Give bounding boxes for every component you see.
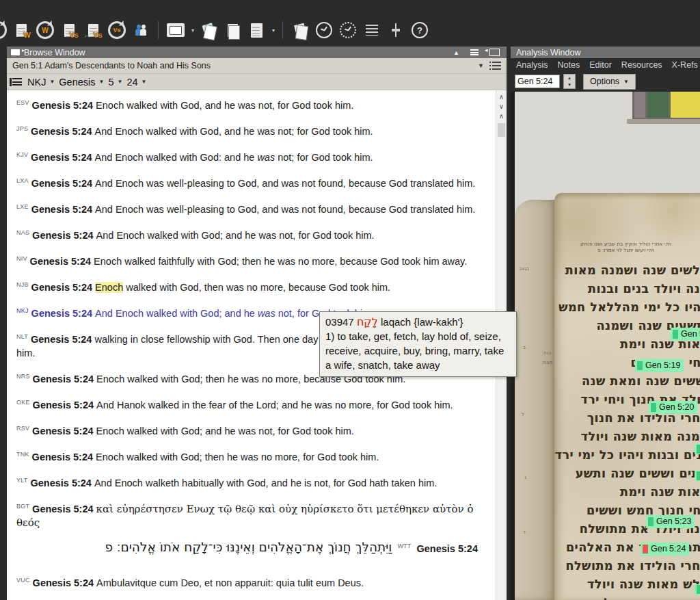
version-tag[interactable]: BGT [16, 503, 29, 510]
verse-row-lxa[interactable]: LXAGenesis 5:24And Enoch was well-pleasi… [16, 174, 493, 190]
verse-reference[interactable]: Genesis 5:24 [33, 374, 94, 384]
version-tag[interactable]: WTT [397, 543, 411, 549]
verse-row-ylt[interactable]: YLTGenesis 5:24And Enoch walketh habitua… [16, 473, 493, 490]
spinner-down-icon[interactable]: ▼ [564, 81, 575, 88]
window-dock-icon[interactable] [11, 49, 20, 55]
tab-resources[interactable]: Resources [621, 60, 662, 70]
wordlist-lines-icon[interactable] [362, 20, 381, 40]
version-tag[interactable]: OKE [16, 399, 30, 406]
verse-reference[interactable]: Genesis 5:24 [31, 178, 92, 189]
scrollbar-thumb[interactable] [498, 123, 505, 137]
verse-label-gen-5-19[interactable]: Gen 5:19 [635, 359, 684, 372]
verse-reference[interactable]: Genesis 5:24 [31, 152, 92, 163]
hebrew-verse-text[interactable]: וַיִּתְהַלֵּךְ חֲנוֹךְ אֶת־הָאֱלֹהִים וְ… [105, 540, 392, 554]
refresh-verselist-icon[interactable]: Vs [107, 20, 126, 40]
verse-reference[interactable]: Genesis 5:24 [33, 577, 94, 588]
version-tag[interactable]: ESV [16, 99, 29, 106]
verse-reference[interactable]: Genesis 5:24 [32, 426, 93, 436]
verse-row-wtt[interactable]: וַיִּתְהַלֵּךְ חֲנוֹךְ אֶת־הָאֱלֹהִים וְ… [16, 539, 481, 556]
verse-reference[interactable]: Genesis 5:24 [32, 100, 93, 111]
browse-mode-icon[interactable] [166, 20, 185, 40]
options-button[interactable]: Options▼ [583, 74, 636, 90]
verse-heading-bar[interactable]: Gen 5:1 Adam's Descendants to Noah and H… [7, 58, 507, 74]
spinner-up-icon[interactable]: ▲ [564, 75, 575, 81]
verse-reference[interactable]: Genesis 5:24 [31, 334, 92, 345]
report-page-icon[interactable] [247, 20, 266, 40]
verse-row-kjv[interactable]: KJVGenesis 5:24And Enoch walked with God… [16, 148, 493, 164]
version-tag[interactable]: NAS [16, 229, 29, 236]
verse-text[interactable]: And Enoch was well-pleasing to God, and … [95, 204, 475, 215]
analysis-window-titlebar[interactable]: Analysis Window [511, 47, 700, 58]
heading-list-icon[interactable] [492, 62, 501, 70]
version-tag[interactable]: VUC [16, 577, 30, 584]
verse-spinner[interactable]: ▲▼ [563, 74, 576, 89]
help-icon[interactable]: ? [410, 20, 429, 40]
verse-row-jps[interactable]: JPSGenesis 5:24And Enoch walked with God… [16, 122, 493, 138]
verse-reference[interactable]: Genesis 5:24 [417, 543, 478, 554]
verse-text[interactable]: And Enoch walketh habitually with God, a… [94, 478, 437, 488]
copy-verselist-icon[interactable]: Vs [59, 20, 79, 40]
tab-editor[interactable]: Editor [589, 60, 612, 70]
scrollbar-up-icon[interactable]: ∧ [499, 112, 504, 120]
clock-icon[interactable] [338, 20, 358, 40]
verse-label-gen-5-24[interactable]: Gen 5:24 [641, 543, 689, 556]
verse-label-partial[interactable] [695, 471, 700, 481]
flashcards-icon[interactable] [291, 20, 310, 40]
version-tag[interactable]: JPS [16, 125, 28, 132]
verse-row-nas[interactable]: NASGenesis 5:24And Enoch walked with God… [16, 226, 493, 242]
verse-text[interactable]: Enoch walked faithfully with God; then h… [94, 256, 467, 267]
version-tag[interactable]: NRS [16, 373, 30, 380]
verse-reference[interactable]: Genesis 5:24 [32, 452, 93, 462]
verse-text[interactable]: And Enoch walked with God; and he was no… [96, 230, 375, 241]
clipped-refresh-icon[interactable] [0, 20, 7, 40]
verse-text[interactable]: Ambulavitque cum Deo, et non apparuit: q… [96, 577, 364, 588]
nav-book[interactable]: Genesis▼ [59, 77, 104, 88]
version-tag[interactable]: YLT [16, 477, 27, 484]
verse-row-oke[interactable]: OKEGenesis 5:24And Hanok walked in the f… [16, 395, 493, 412]
scatter-copy-icon[interactable] [199, 20, 218, 40]
verse-row-njb[interactable]: NJBGenesis 5:24Enoch walked with God, th… [16, 278, 493, 294]
tab-xrefs[interactable]: X-Refs [672, 60, 698, 70]
verse-row-esv[interactable]: ESVGenesis 5:24Enoch walked with God, an… [16, 96, 493, 112]
copy-pages-icon[interactable] [223, 20, 242, 40]
verse-row-lxe[interactable]: LXEGenesis 5:24And Enoch was well-pleasi… [16, 200, 493, 216]
verse-reference[interactable]: Genesis 5:24 [30, 478, 91, 488]
verse-reference[interactable]: Genesis 5:24 [32, 230, 93, 241]
browse-mode-caret-icon[interactable]: ▾ [191, 27, 194, 34]
verse-text[interactable]: And Enoch walked with God, and he was no… [95, 126, 373, 137]
verse-reference[interactable]: Genesis 5:24 [31, 308, 92, 319]
version-tag[interactable]: NJB [16, 281, 29, 288]
verse-text[interactable]: Enoch walked with God; then he was no mo… [96, 452, 379, 462]
verse-row-bgt[interactable]: BGTGenesis 5:24καὶ εὐηρέστησεν Ενωχ τῷ θ… [16, 499, 493, 530]
verse-label-gen-5-20[interactable]: Gen 5:20 [649, 401, 697, 414]
collapse-icon[interactable]: ▲ [453, 49, 459, 56]
refresh-wordlist-icon[interactable]: W [36, 20, 55, 40]
export-verselist-icon[interactable]: ⌐Vs [83, 20, 103, 40]
text-compare-icon[interactable] [386, 20, 405, 40]
scroll-verse-down-icon[interactable]: ∨ [499, 103, 504, 110]
verse-row-vuc[interactable]: VUCGenesis 5:24Ambulavitque cum Deo, et … [16, 573, 493, 590]
tab-notes[interactable]: Notes [558, 60, 580, 70]
window-menu-icon[interactable] [470, 49, 479, 55]
copy-wordlist-icon[interactable]: W [12, 20, 31, 40]
verse-text[interactable]: And Enoch was well-pleasing to God, and … [95, 178, 475, 189]
parallel-users-icon[interactable] [131, 20, 150, 40]
version-tag[interactable]: TNK [16, 451, 29, 458]
version-tag[interactable]: LXA [16, 177, 29, 184]
version-tag[interactable]: NLT [16, 333, 28, 340]
nav-chapter[interactable]: 5▼ [108, 77, 122, 88]
nav-verse[interactable]: 24▼ [126, 77, 146, 88]
heading-dropdown-icon[interactable]: ▼ [478, 62, 484, 69]
dock-left-icon[interactable] [489, 49, 500, 56]
verse-reference[interactable]: Genesis 5:24 [31, 126, 92, 137]
verse-row-tnk[interactable]: TNKGenesis 5:24Enoch walked with God; th… [16, 447, 493, 464]
manuscript-image[interactable]: ויהי אחרי הוליד והקיץ בת שביע ושנו והוית… [511, 92, 700, 600]
verse-reference[interactable]: Genesis 5:24 [31, 204, 92, 215]
tab-analysis[interactable]: Analysis [516, 60, 548, 70]
verse-reference[interactable]: Genesis 5:24 [31, 282, 92, 293]
versions-list-icon[interactable] [12, 78, 22, 86]
verse-label-partial[interactable] [695, 444, 700, 454]
verse-text[interactable]: Enoch walked with God, and he was not, f… [96, 100, 353, 111]
verse-reference[interactable]: Genesis 5:24 [33, 400, 94, 410]
scroll-verse-up-icon[interactable]: ∧ [499, 93, 504, 101]
